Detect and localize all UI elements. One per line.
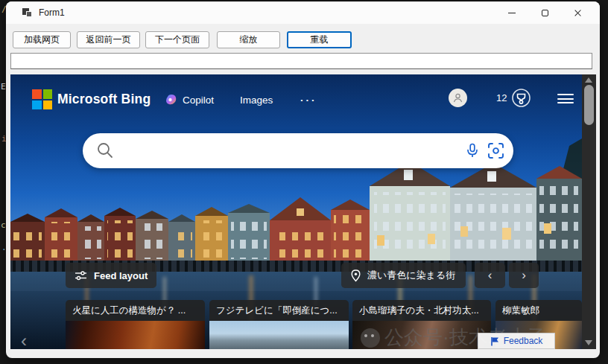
carousel-back-chevron-icon[interactable]: ‹ xyxy=(21,331,27,349)
search-icon xyxy=(96,141,114,159)
news-card-thumbnail-building xyxy=(209,321,349,349)
search-bar[interactable] xyxy=(83,133,513,168)
news-card-title: 火星に人工の構造物が？ ... xyxy=(66,300,205,321)
microphone-icon[interactable] xyxy=(464,142,481,159)
background-code-glyph: E xyxy=(1,82,6,92)
minimize-button[interactable] xyxy=(495,1,528,24)
toolbar: 加载网页 返回前一页 下一个页面 缩放 重载 xyxy=(6,30,600,51)
title-bar[interactable]: Form1 xyxy=(6,1,600,24)
minimize-icon xyxy=(508,13,516,13)
image-location-button[interactable]: 濃い青色に染まる街 xyxy=(341,263,466,288)
bing-brand[interactable]: Microsoft Bing xyxy=(57,92,151,107)
feedback-label: Feedback xyxy=(504,336,543,346)
nav-more[interactable]: ··· xyxy=(300,95,317,106)
nav-copilot[interactable]: Copilot xyxy=(183,95,214,106)
form-app-icon xyxy=(22,8,32,17)
feed-layout-button[interactable]: Feed layout xyxy=(66,263,156,288)
maximize-icon xyxy=(542,10,548,16)
load-page-button[interactable]: 加载网页 xyxy=(13,31,71,48)
background-code-glyph: c xyxy=(1,220,6,230)
scroll-up-arrow-icon[interactable] xyxy=(585,77,592,83)
close-button[interactable] xyxy=(561,1,594,24)
microsoft-logo-icon[interactable] xyxy=(32,89,52,109)
hero-next-button[interactable]: › xyxy=(509,263,539,288)
webview: Microsoft Bing Copilot Images ··· 12 xyxy=(10,74,596,349)
close-icon xyxy=(574,9,582,17)
news-card[interactable]: 火星に人工の構造物が？ ... xyxy=(66,300,205,349)
flag-icon xyxy=(490,336,500,346)
hero-prev-button[interactable]: ‹ xyxy=(475,263,505,288)
news-card-thumbnail-mars xyxy=(66,321,205,349)
rewards-trophy-icon[interactable] xyxy=(511,88,531,108)
window-title: Form1 xyxy=(39,7,65,18)
account-avatar[interactable] xyxy=(449,89,467,107)
url-input[interactable] xyxy=(10,53,592,69)
news-card-title: 小島瑠璃子の夫・北村功太... xyxy=(352,300,491,321)
news-card[interactable]: 小島瑠璃子の夫・北村功太... xyxy=(352,300,491,349)
person-icon xyxy=(452,92,463,103)
copilot-icon xyxy=(165,94,177,106)
scroll-down-arrow-icon[interactable] xyxy=(585,340,592,345)
feed-layout-label: Feed layout xyxy=(94,270,148,281)
zoom-button[interactable]: 缩放 xyxy=(217,31,280,48)
go-back-button[interactable]: 返回前一页 xyxy=(77,31,140,48)
scrollbar-thumb[interactable] xyxy=(584,85,594,125)
chevron-left-icon: ‹ xyxy=(488,268,493,283)
chevron-right-icon: › xyxy=(522,268,526,283)
browser-scrollbar[interactable] xyxy=(582,74,596,349)
nav-images[interactable]: Images xyxy=(240,95,273,106)
next-page-button[interactable]: 下一个页面 xyxy=(145,31,209,48)
news-card[interactable]: フジテレビに「即倒産につ... xyxy=(209,300,349,349)
rewards-points[interactable]: 12 xyxy=(496,92,507,103)
reload-button[interactable]: 重载 xyxy=(287,31,352,48)
visual-search-camera-icon[interactable] xyxy=(487,142,504,159)
location-pin-icon xyxy=(350,269,361,282)
news-card-title: フジテレビに「即倒産につ... xyxy=(209,300,349,321)
search-input[interactable] xyxy=(121,138,449,163)
news-card-thumbnail-person xyxy=(352,321,491,349)
maximize-button[interactable] xyxy=(528,1,561,24)
hamburger-menu-icon[interactable] xyxy=(557,94,574,103)
image-location-label: 濃い青色に染まる街 xyxy=(367,269,455,282)
form-window: Form1 加载网页 返回前一页 下一个页面 缩放 重载 xyxy=(6,1,600,358)
feedback-button[interactable]: Feedback xyxy=(478,333,555,349)
news-card-title: 柳葉敏郎 xyxy=(495,300,582,321)
sliders-icon xyxy=(75,269,87,282)
